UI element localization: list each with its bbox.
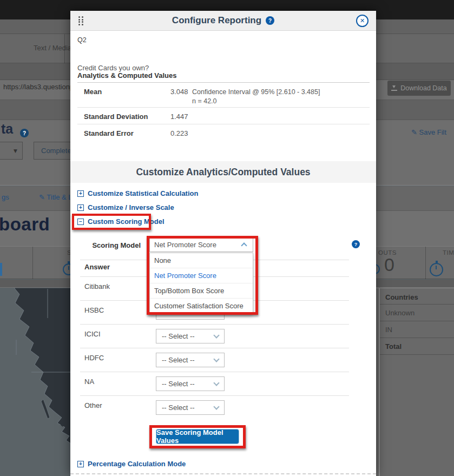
section-customize-statistical[interactable]: Customize Statistical Calculation	[77, 189, 198, 197]
close-icon[interactable]: ✕	[356, 15, 369, 27]
table-row: HDFC -- Select --	[80, 348, 349, 372]
answer-select-hdfc[interactable]: -- Select --	[156, 353, 225, 367]
pencil-icon: ✎	[411, 128, 417, 136]
select-value: -- Select --	[162, 332, 195, 340]
download-data-label: Download Data	[400, 84, 446, 92]
save-filter-label: Save Filt	[419, 128, 447, 136]
select-value: -- Select --	[162, 404, 195, 412]
title-logo-label: Title & L	[47, 193, 72, 201]
section-customize-inverse-scale[interactable]: Customize / Inverse Scale	[77, 203, 174, 211]
dashboard-heading-fragment: board	[0, 214, 50, 235]
table-accent-strip	[379, 288, 380, 476]
customize-heading: Customize Analytics/Computed Values	[70, 161, 376, 183]
chevron-down-icon	[213, 356, 219, 362]
sample-size: n = 42.0	[192, 97, 320, 106]
section-label: Customize / Inverse Scale	[88, 203, 174, 211]
stat-value: 0.223	[170, 129, 188, 137]
countries-total-row: Total	[380, 338, 454, 355]
chevron-down-icon	[213, 404, 219, 409]
confidence-interval: Confidence Interval @ 95% [2.610 - 3.485…	[192, 88, 320, 97]
table-row: Standard Error 0.223	[77, 124, 370, 140]
view-filter-dropdown[interactable]: ▼	[0, 142, 23, 160]
table-row: Unknown	[380, 305, 454, 321]
menu-divider	[64, 34, 65, 63]
analytics-stats-table: Mean 3.048 Confidence Interval @ 95% [2.…	[77, 82, 370, 140]
table-row: NA -- Select --	[80, 372, 349, 395]
table-row: Other -- Select --	[80, 395, 349, 419]
annotation-box-dropdown	[147, 236, 258, 315]
question-code: Q2	[77, 36, 87, 44]
pencil-icon: ✎	[39, 193, 45, 201]
download-data-button[interactable]: Download Data	[387, 81, 451, 96]
download-icon	[391, 85, 397, 91]
stat-value: 3.048	[170, 88, 188, 96]
stat-value: 1.447	[170, 113, 188, 121]
stat-divider	[32, 247, 33, 279]
help-icon[interactable]: ?	[20, 129, 29, 137]
text-media-menu-label: Text / Media	[34, 44, 71, 52]
tab-settings-fragment[interactable]: gs	[2, 193, 9, 201]
countries-table: Countries Unknown IN Total	[376, 288, 454, 476]
world-map	[0, 288, 73, 476]
table-row: ICICI -- Select --	[80, 324, 349, 348]
save-filter-link[interactable]: ✎ Save Filt	[411, 128, 446, 136]
stat-accent-bar	[0, 263, 2, 276]
dropouts-value: 0	[384, 254, 394, 275]
select-value: -- Select --	[162, 380, 195, 388]
table-row: IN	[380, 321, 454, 338]
scoring-model-label: Scoring Model	[81, 241, 141, 249]
stat-note: Confidence Interval @ 95% [2.610 - 3.485…	[192, 88, 320, 106]
help-icon[interactable]: ?	[352, 240, 360, 248]
stat-label: Standard Deviation	[77, 108, 370, 121]
drag-handle-icon[interactable]	[78, 16, 84, 25]
section-label: Customize Statistical Calculation	[88, 189, 198, 197]
title-logo-tab[interactable]: ✎ Title & L	[39, 193, 73, 201]
stopwatch-icon	[430, 263, 443, 276]
configure-reporting-modal: Configure Reporting ? ✕ Q2 Credit Cards …	[70, 11, 376, 476]
time-label-fragment: TIM	[443, 249, 454, 256]
expand-icon	[77, 204, 84, 211]
answer-select-na[interactable]: -- Select --	[156, 376, 225, 391]
caret-down-icon: ▼	[14, 148, 17, 154]
table-row: Standard Deviation 1.447	[77, 107, 370, 124]
stat-label: Standard Error	[77, 124, 370, 137]
expand-icon	[77, 190, 84, 197]
modal-title: Configure Reporting	[172, 15, 261, 26]
modal-header: Configure Reporting ? ✕	[70, 11, 376, 31]
answer-select-other[interactable]: -- Select --	[156, 400, 225, 415]
section-percentage-calculation-mode[interactable]: Percentage Calculation Mode	[77, 460, 186, 468]
help-icon[interactable]: ?	[266, 16, 274, 25]
analytics-heading: Analytics & Computed Values	[77, 71, 177, 80]
annotation-box-save-button	[149, 425, 246, 448]
stat-divider	[425, 247, 426, 279]
screen: Text / Media▼ https://labs3.questionpr D…	[0, 0, 454, 476]
answer-select-icici[interactable]: -- Select --	[156, 329, 225, 343]
chevron-down-icon	[213, 332, 219, 338]
data-heading-fragment: ta	[1, 121, 13, 137]
annotation-box-scoring-section	[72, 214, 151, 230]
table-row: Mean 3.048 Confidence Interval @ 95% [2.…	[77, 83, 370, 107]
section-label: Percentage Calculation Mode	[88, 460, 186, 468]
chevron-down-icon	[213, 380, 219, 386]
countries-header: Countries	[380, 288, 454, 305]
expand-icon	[77, 461, 84, 467]
select-value: -- Select --	[162, 356, 195, 364]
section-divider	[70, 473, 376, 474]
question-text: Credit Cards you own?	[77, 64, 149, 72]
survey-url-link[interactable]: https://labs3.questionpr	[3, 83, 76, 91]
